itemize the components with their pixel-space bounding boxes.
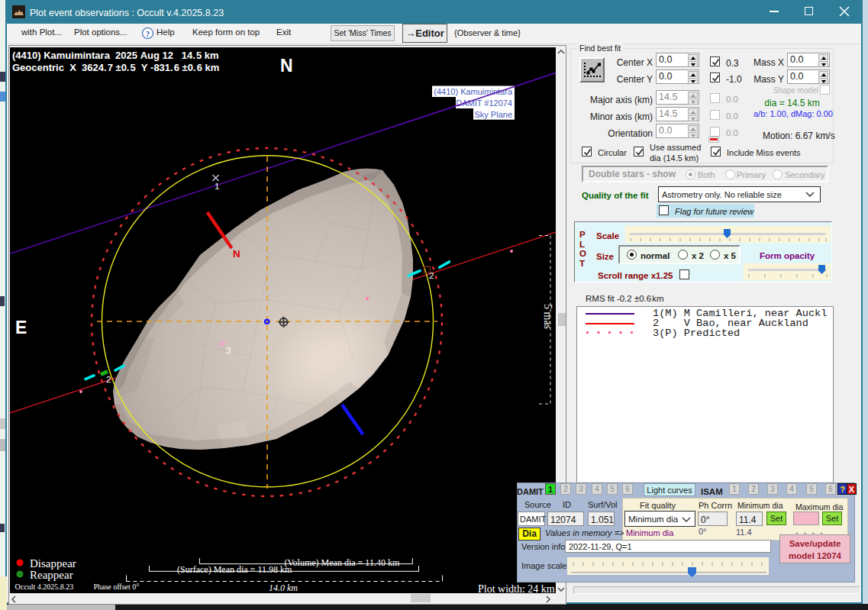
svg-text:(4410) Kamuimintara 2025 Aug: (4410) Kamuimintara 2025 Aug 12 14. 5 km xyxy=(12,50,219,61)
svg-text:Plot width: 24 km: Plot width: 24 km xyxy=(478,583,555,593)
svg-text:Geocentric X 3624. 7 ±0. 5: Geocentric X 3624. 7 ±0. 5 Y -831. 6 ±0.… xyxy=(12,62,219,73)
svg-text:(Surface) Mean dia = 11.98 km: (Surface) Mean dia = 11.98 km xyxy=(177,564,292,575)
svg-text:Disappear: Disappear xyxy=(30,557,76,570)
svg-text:N: N xyxy=(280,56,293,76)
svg-text:14.0 km: 14.0 km xyxy=(269,583,298,593)
svg-text:5 mas: 5 mas xyxy=(542,304,553,329)
svg-text:2: 2 xyxy=(106,375,111,384)
svg-text:Occult 4.2025.8.23: Occult 4.2025.8.23 xyxy=(15,583,74,591)
svg-text:Reappear: Reappear xyxy=(30,569,73,581)
svg-text:1: 1 xyxy=(215,182,219,191)
svg-text:?: ? xyxy=(146,29,150,38)
svg-text:N: N xyxy=(233,248,240,260)
svg-text:Phase offset 0°: Phase offset 0° xyxy=(93,583,139,591)
svg-text:Sky Plane: Sky Plane xyxy=(474,110,512,119)
svg-text:3: 3 xyxy=(226,346,231,355)
svg-text:(Volume) Mean dia = 11.40 km: (Volume) Mean dia = 11.40 km xyxy=(285,557,400,568)
svg-text:E: E xyxy=(15,318,27,337)
